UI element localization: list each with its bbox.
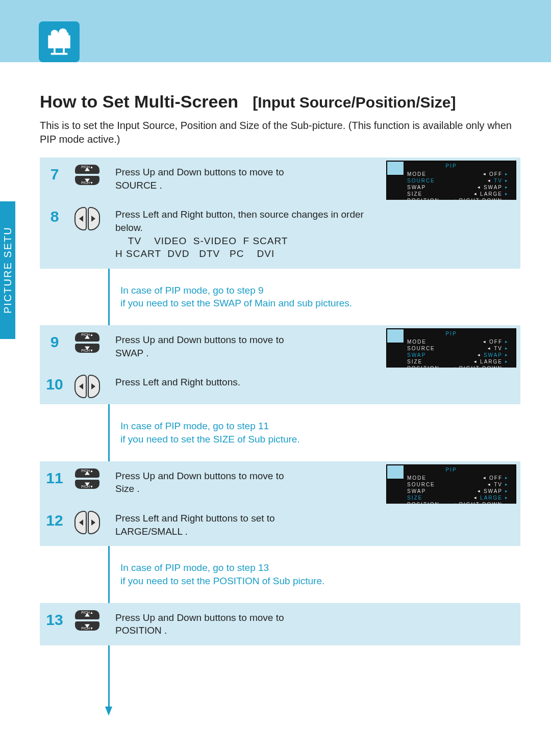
step-11: 11 P/CH▲P/CH▼ Press Up and Down buttons … [40,461,520,504]
step-text: Press Up and Down buttons to move to POS… [105,609,520,639]
step-7: 7 P/CH▲P/CH▼ Press Up and Down buttons t… [40,158,520,200]
page-title: How to Set Multi-Screen [Input Source/Po… [40,92,520,112]
updown-button-icon: P/CH▲P/CH▼ [69,164,105,185]
svg-point-0 [51,30,59,37]
step-number: 11 [40,467,69,487]
step-number: 13 [40,609,69,629]
step-number: 7 [40,164,69,183]
step-number: 12 [40,510,69,529]
leftright-button-icon [69,510,105,534]
header-bar [0,0,551,62]
step-12: 12 Press Left and Right buttons to set t… [40,504,520,546]
leftright-button-icon [69,206,105,230]
section-tab: PICTURE SETU [0,201,15,339]
step-number: 9 [40,331,69,351]
step-number: 10 [40,374,69,393]
step-text: Press Left and Right buttons. [105,374,520,391]
svg-point-1 [59,29,67,37]
step-text: Press Left and Right button, then source… [105,206,520,263]
leftright-button-icon [69,374,105,398]
step-number: 8 [40,206,69,225]
updown-button-icon: P/CH▲P/CH▼ [69,609,105,631]
note-position: In case of PIP mode, go to step 13 if yo… [40,546,520,603]
title-subtitle: [Input Source/Position/Size] [253,94,456,111]
step-10: 10 Press Left and Right buttons. [40,368,520,404]
title-main: How to Set Multi-Screen [40,92,238,112]
updown-button-icon: P/CH▲P/CH▼ [69,331,105,353]
intro-text: This is to set the Input Source, Positio… [40,119,520,146]
updown-button-icon: P/CH▲P/CH▼ [69,467,105,489]
note-size: In case of PIP mode, go to step 11 if yo… [40,404,520,461]
step-8: 8 Press Left and Right button, then sour… [40,200,520,269]
step-13: 13 P/CH▲P/CH▼ Press Up and Down buttons … [40,603,520,645]
camera-icon [39,21,80,62]
step-text: Press Left and Right buttons to set to L… [105,510,520,540]
step-9: 9 P/CH▲P/CH▼ Press Up and Down buttons t… [40,325,520,368]
note-swap: In case of PIP mode, go to step 9 if you… [40,269,520,325]
